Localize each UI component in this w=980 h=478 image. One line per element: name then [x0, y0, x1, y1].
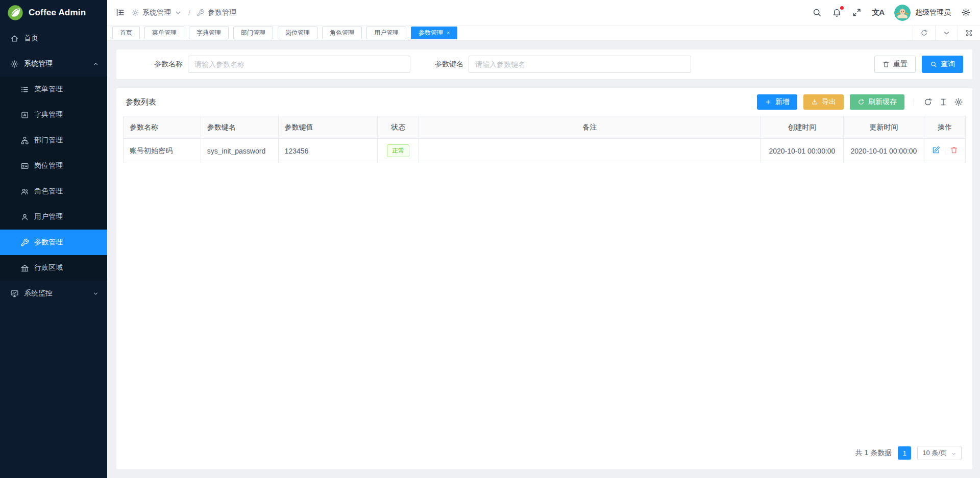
breadcrumb-separator: / [188, 9, 190, 17]
maximize-icon[interactable] [958, 26, 980, 40]
tab-bar: 首页 菜单管理 字典管理 部门管理 岗位管理 角色管理 用户管理 参数管理 × [107, 26, 980, 41]
param-key-input[interactable] [469, 56, 691, 73]
app-title: Coffee Admin [29, 8, 86, 18]
user-menu[interactable]: 超级管理员 [894, 5, 951, 21]
param-list-card: 参数列表 新增 导出 [116, 88, 972, 469]
leaf-icon [7, 5, 23, 21]
sidebar-item-label: 首页 [24, 34, 38, 43]
sidebar-item-label: 参数管理 [34, 238, 63, 247]
tab-home[interactable]: 首页 [112, 27, 140, 39]
menu-list-icon [20, 85, 29, 94]
breadcrumb-label: 参数管理 [208, 8, 236, 17]
form-item-param-key: 参数键名 [411, 56, 691, 73]
chevron-down-icon [92, 290, 99, 297]
gear-icon[interactable] [961, 8, 971, 17]
filter-card: 参数名称 参数键名 重置 [116, 49, 972, 79]
search-icon[interactable] [812, 8, 822, 17]
translate-icon[interactable]: 文A [872, 8, 884, 17]
tab-menu-management[interactable]: 菜单管理 [144, 27, 184, 39]
breadcrumb-label: 系统管理 [142, 8, 171, 17]
tab-label: 参数管理 [419, 27, 443, 39]
fullscreen-icon[interactable] [852, 8, 862, 17]
page-content: 参数名称 参数键名 重置 [107, 41, 980, 478]
chevron-down-icon[interactable] [935, 26, 958, 40]
org-tree-icon [20, 136, 29, 145]
col-actions: 操作 [924, 116, 966, 139]
refresh-icon[interactable] [923, 97, 933, 107]
export-button[interactable]: 导出 [803, 94, 844, 110]
menu-fold-icon[interactable] [115, 8, 125, 17]
gear-icon [10, 60, 19, 68]
sidebar-item-user-management[interactable]: 用户管理 [0, 204, 107, 230]
cell-created-at: 2020-10-01 00:00:00 [761, 139, 844, 163]
home-icon [10, 34, 19, 43]
status-badge: 正常 [387, 144, 409, 157]
sidebar-item-label: 系统管理 [24, 59, 53, 68]
sidebar-item-menu-management[interactable]: 菜单管理 [0, 77, 107, 102]
refresh-cache-button[interactable]: 刷新缓存 [850, 94, 904, 110]
main-area: 系统管理 / 参数管理 [107, 0, 980, 478]
sidebar-menu: 首页 系统管理 菜单管理 [0, 26, 107, 478]
page-size-value: 10 条/页 [922, 448, 947, 458]
gear-icon [131, 9, 139, 17]
param-name-label: 参数名称 [126, 60, 188, 69]
refresh-icon[interactable] [913, 26, 935, 40]
cell-remark [419, 139, 761, 163]
top-header: 系统管理 / 参数管理 [107, 0, 980, 26]
page-size-select[interactable]: 10 条/页 [917, 446, 962, 460]
tab-dept-management[interactable]: 部门管理 [233, 27, 273, 39]
search-button[interactable]: 查询 [922, 56, 963, 73]
page-number-button[interactable]: 1 [898, 446, 911, 460]
col-updated-at: 更新时间 [843, 116, 924, 139]
sidebar-item-label: 字典管理 [34, 110, 63, 119]
reset-button[interactable]: 重置 [874, 56, 916, 73]
wrench-icon [20, 238, 29, 247]
sidebar-item-post-management[interactable]: 岗位管理 [0, 153, 107, 179]
refresh-icon [857, 98, 865, 106]
breadcrumb-param-management: 参数管理 [197, 8, 236, 17]
col-param-name: 参数名称 [124, 116, 201, 139]
tab-user-management[interactable]: 用户管理 [366, 27, 406, 39]
col-created-at: 创建时间 [761, 116, 844, 139]
close-icon[interactable]: × [447, 27, 450, 39]
sidebar-submenu-system: 菜单管理 字典管理 部门管理 [0, 77, 107, 281]
col-remark: 备注 [419, 116, 761, 139]
sidebar-item-param-management[interactable]: 参数管理 [0, 230, 107, 255]
search-icon [930, 61, 937, 68]
avatar [894, 5, 911, 21]
delete-icon[interactable] [950, 146, 958, 154]
sidebar-item-home[interactable]: 首页 [0, 26, 107, 51]
add-button[interactable]: 新增 [757, 94, 797, 110]
plus-icon [765, 98, 772, 106]
refresh-cache-label: 刷新缓存 [868, 97, 897, 107]
breadcrumb-system-management[interactable]: 系统管理 [131, 8, 182, 17]
filter-actions: 重置 查询 [874, 56, 963, 73]
roles-icon [20, 187, 29, 196]
sidebar-item-label: 用户管理 [34, 212, 63, 221]
edit-icon[interactable] [932, 146, 940, 154]
export-label: 导出 [822, 97, 836, 107]
bell-icon[interactable] [832, 8, 842, 17]
sidebar-item-dict-management[interactable]: 字典管理 [0, 102, 107, 128]
sidebar-item-admin-region[interactable]: 行政区域 [0, 255, 107, 281]
tab-dict-management[interactable]: 字典管理 [189, 27, 229, 39]
sidebar-item-role-management[interactable]: 角色管理 [0, 179, 107, 204]
monitor-icon [10, 289, 19, 298]
list-title: 参数列表 [126, 97, 156, 107]
app-logo[interactable]: Coffee Admin [0, 0, 107, 26]
sidebar-item-label: 角色管理 [34, 187, 63, 196]
param-key-label: 参数键名 [411, 60, 469, 69]
tab-post-management[interactable]: 岗位管理 [278, 27, 317, 39]
cell-param-name: 账号初始密码 [124, 139, 201, 163]
column-settings-gear-icon[interactable] [954, 97, 963, 107]
reset-label: 重置 [893, 60, 908, 69]
line-height-icon[interactable] [939, 97, 948, 107]
tab-role-management[interactable]: 角色管理 [322, 27, 362, 39]
cell-param-key: sys_init_password [201, 139, 278, 163]
sidebar-item-system-monitor[interactable]: 系统监控 [0, 281, 107, 306]
tab-param-management[interactable]: 参数管理 × [411, 27, 457, 39]
param-name-input[interactable] [188, 56, 410, 73]
sidebar-item-system-management[interactable]: 系统管理 [0, 51, 107, 77]
pagination: 共 1 条数据 1 10 条/页 [123, 439, 966, 469]
sidebar-item-dept-management[interactable]: 部门管理 [0, 128, 107, 153]
